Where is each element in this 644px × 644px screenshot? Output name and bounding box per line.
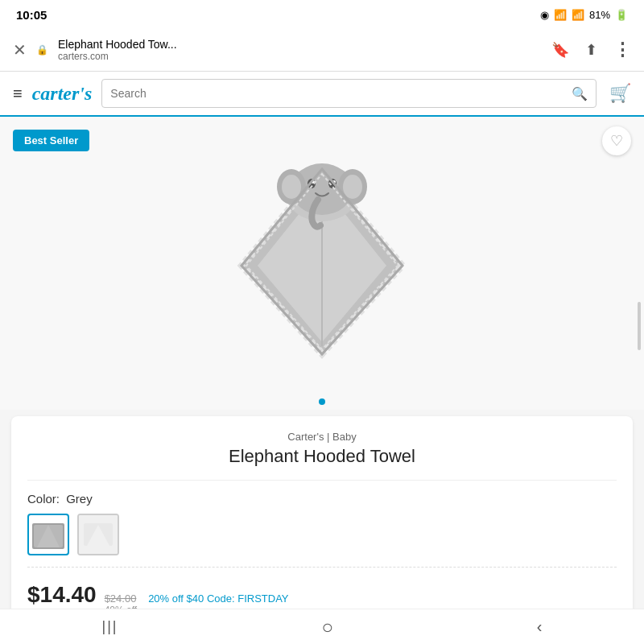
original-price: $24.00 [105,592,137,605]
product-brand: Carter's | Baby [27,431,617,443]
bottom-nav: ||| ○ ‹ [0,609,644,644]
best-seller-badge: Best Seller [13,130,89,151]
browser-tab-bar: ✕ 🔒 Elephant Hooded Tow... carters.com 🔖… [0,29,644,71]
divider-top [27,480,617,481]
status-time: 10:05 [16,8,47,22]
more-options-icon[interactable]: ⋮ [613,39,631,60]
carousel-dots [0,390,644,410]
nav-menu-icon[interactable]: ||| [101,618,118,635]
color-value: Grey [66,492,93,506]
scroll-indicator [638,302,641,350]
svg-point-11 [282,175,301,199]
brand-logo[interactable]: carter's [32,83,93,105]
share-icon[interactable]: ⬆ [585,41,597,59]
search-bar[interactable]: 🔍 [101,79,597,108]
url-bar[interactable]: Elephant Hooded Tow... carters.com [58,38,542,62]
product-image [225,145,419,362]
nav-home-icon[interactable]: ○ [321,616,333,638]
search-button[interactable]: 🔍 [572,86,588,101]
product-card: Carter's | Baby Elephant Hooded Towel Co… [11,416,633,630]
battery-icon: 🔋 [615,9,628,21]
color-swatches [27,514,617,555]
product-name: Elephant Hooded Towel [27,446,617,467]
url-domain: carters.com [58,51,542,62]
color-swatch-white[interactable] [77,514,119,555]
lock-icon: 🔒 [36,44,48,56]
search-input[interactable] [110,87,572,100]
heart-icon: ♡ [610,132,623,150]
color-label: Color: Grey [27,492,617,506]
divider-dashed [27,567,617,568]
carousel-dot-active[interactable] [319,398,325,405]
browser-chrome: ✕ 🔒 Elephant Hooded Tow... carters.com 🔖… [0,29,644,72]
wifi-icon: 📶 [554,9,567,21]
color-swatch-grey[interactable] [27,514,69,555]
location-icon: ◉ [540,9,549,21]
page-title: Elephant Hooded Tow... [58,38,542,51]
svg-point-13 [343,175,362,199]
browser-actions: 🔖 ⬆ ⋮ [551,39,631,60]
hamburger-menu-icon[interactable]: ≡ [13,85,23,103]
nav-back-icon[interactable]: ‹ [537,617,543,636]
battery-label: 81% [589,9,610,21]
color-section: Color: Grey [27,492,617,555]
bookmark-icon[interactable]: 🔖 [551,41,569,59]
close-tab-button[interactable]: ✕ [13,40,27,60]
status-icons: ◉ 📶 📶 81% 🔋 [540,9,628,21]
current-price: $14.40 [27,582,97,608]
wishlist-button[interactable]: ♡ [602,126,631,155]
cart-icon[interactable]: 🛒 [609,83,631,104]
app-header: ≡ carter's 🔍 🛒 [0,72,644,117]
product-image-area: Best Seller ♡ [0,117,644,390]
status-bar: 10:05 ◉ 📶 📶 81% 🔋 [0,0,644,29]
signal-icon: 📶 [572,9,584,21]
white-swatch-content [79,515,118,554]
promo-code[interactable]: 20% off $40 Code: FIRSTDAY [148,592,288,605]
